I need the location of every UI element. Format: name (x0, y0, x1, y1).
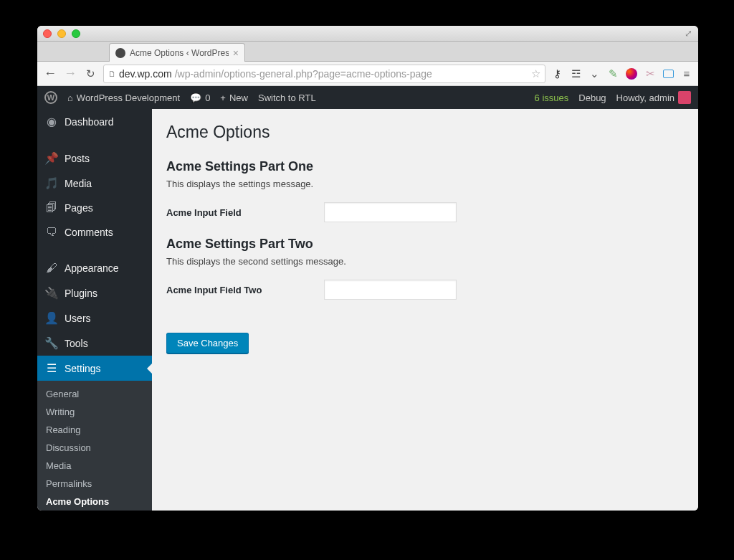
sidebar-item-tools[interactable]: 🔧 Tools (37, 331, 152, 356)
howdy-label: Howdy, admin (616, 92, 675, 103)
address-bar[interactable]: 🗋 dev.wp.com/wp-admin/options-general.ph… (103, 65, 545, 83)
window-minimize-button[interactable] (57, 29, 66, 38)
fullscreen-icon[interactable]: ⤢ (685, 28, 692, 39)
comment-icon: 💬 (190, 92, 201, 103)
sidebar-item-users[interactable]: 👤 Users (37, 305, 152, 331)
user-menu[interactable]: Howdy, admin (616, 91, 691, 104)
sidebar-item-plugins[interactable]: 🔌 Plugins (37, 280, 152, 305)
sidebar-label: Appearance (65, 262, 119, 274)
wp-body: ◉ Dashboard 📌 Posts 🎵 Media 🗐 Pages (37, 109, 698, 511)
issues-link[interactable]: 6 issues (535, 92, 569, 103)
url-host: dev.wp.com (119, 68, 172, 80)
tab-title: Acme Options ‹ WordPress (130, 48, 229, 58)
home-icon: ⌂ (67, 92, 73, 103)
site-name-menu[interactable]: ⌂ WordPress Development (67, 92, 180, 103)
browser-toolbar: ← → ↻ 🗋 dev.wp.com/wp-admin/options-gene… (37, 62, 698, 86)
sidebar-label: Comments (65, 227, 113, 238)
sliders-icon: ☰ (44, 361, 59, 375)
sidebar-item-settings[interactable]: ☰ Settings (37, 356, 152, 381)
window-titlebar: ⤢ (37, 26, 698, 42)
sidebar-item-appearance[interactable]: 🖌 Appearance (37, 256, 152, 280)
content-area: Acme Options Acme Settings Part One This… (152, 109, 698, 511)
sidebar-item-posts[interactable]: 📌 Posts (37, 146, 152, 171)
extension-color-icon[interactable] (626, 68, 637, 80)
extension-evernote-icon[interactable]: ✎ (607, 68, 619, 80)
browser-tabstrip: Acme Options ‹ WordPress × (37, 42, 698, 62)
sidebar-label: Tools (65, 338, 88, 349)
site-name-label: WordPress Development (77, 92, 180, 103)
wp-adminbar: ⌂ WordPress Development 💬 0 + New Switch… (37, 86, 698, 109)
sidebar-item-dashboard[interactable]: ◉ Dashboard (37, 109, 152, 134)
page-title: Acme Options (166, 116, 684, 145)
user-icon: 👤 (44, 311, 59, 325)
back-button[interactable]: ← (43, 66, 57, 81)
section-heading: Acme Settings Part Two (166, 237, 684, 252)
browser-menu-icon[interactable]: ≡ (681, 68, 692, 80)
admin-sidebar: ◉ Dashboard 📌 Posts 🎵 Media 🗐 Pages (37, 109, 152, 511)
submenu-item-media[interactable]: Media (37, 457, 152, 475)
extension-buffer-icon[interactable]: ☲ (570, 68, 581, 80)
section-description: This displays the settings message. (166, 179, 684, 189)
sidebar-label: Posts (65, 153, 90, 164)
extension-pocket-icon[interactable]: ⌄ (588, 68, 600, 80)
sidebar-item-media[interactable]: 🎵 Media (37, 171, 152, 196)
sidebar-item-pages[interactable]: 🗐 Pages (37, 196, 152, 220)
comment-icon: 🗨 (44, 226, 59, 239)
sidebar-label: Pages (65, 202, 93, 214)
form-row: Acme Input Field (166, 202, 684, 222)
forward-button[interactable]: → (63, 66, 77, 81)
submenu-item-general[interactable]: General (37, 385, 152, 403)
comment-count: 0 (205, 92, 210, 103)
save-changes-button[interactable]: Save Changes (166, 333, 249, 353)
bookmark-star-icon[interactable]: ☆ (531, 67, 540, 80)
sidebar-label: Plugins (65, 288, 97, 299)
traffic-lights (43, 29, 80, 38)
comments-menu[interactable]: 💬 0 (190, 92, 210, 103)
submenu-item-permalinks[interactable]: Permalinks (37, 475, 152, 493)
wrench-icon: 🔧 (44, 336, 59, 350)
sidebar-label: Settings (65, 363, 101, 374)
tab-close-icon[interactable]: × (233, 47, 239, 59)
submenu-item-writing[interactable]: Writing (37, 403, 152, 421)
media-icon: 🎵 (44, 176, 59, 190)
switch-rtl-link[interactable]: Switch to RTL (258, 92, 316, 103)
avatar-icon (678, 91, 691, 104)
window-close-button[interactable] (43, 29, 52, 38)
section-heading: Acme Settings Part One (166, 159, 684, 174)
wp-logo-menu[interactable] (44, 91, 57, 104)
sidebar-label: Media (65, 178, 92, 189)
acme-input-field-two[interactable] (324, 280, 457, 300)
wp-admin: ⌂ WordPress Development 💬 0 + New Switch… (37, 86, 698, 511)
field-label: Acme Input Field Two (166, 285, 324, 295)
pin-icon: 📌 (44, 151, 59, 165)
submenu-item-reading[interactable]: Reading (37, 421, 152, 439)
tab-favicon-icon (115, 48, 125, 58)
browser-window: ⤢ Acme Options ‹ WordPress × ← → ↻ 🗋 dev… (37, 26, 698, 511)
dashboard-icon: ◉ (44, 115, 59, 128)
submenu-item-discussion[interactable]: Discussion (37, 439, 152, 457)
extension-scissors-icon[interactable]: ✂ (644, 68, 656, 80)
extension-key-icon[interactable]: ⚷ (551, 68, 563, 80)
debug-link[interactable]: Debug (578, 92, 606, 103)
wordpress-logo-icon (44, 91, 57, 104)
url-path: /wp-admin/options-general.php?page=acme-… (175, 68, 432, 80)
sidebar-item-comments[interactable]: 🗨 Comments (37, 220, 152, 245)
submenu-item-acme-options[interactable]: Acme Options (37, 493, 152, 511)
new-content-menu[interactable]: + New (220, 92, 248, 103)
sidebar-label: Users (65, 313, 91, 324)
form-row: Acme Input Field Two (166, 280, 684, 300)
plus-icon: + (220, 92, 226, 103)
window-maximize-button[interactable] (72, 29, 80, 38)
settings-submenu: General Writing Reading Discussion Media… (37, 381, 152, 511)
site-info-icon[interactable]: 🗋 (108, 70, 116, 78)
pages-icon: 🗐 (44, 201, 59, 214)
extension-box-icon[interactable] (663, 70, 674, 78)
browser-tab[interactable]: Acme Options ‹ WordPress × (109, 43, 245, 62)
plug-icon: 🔌 (44, 286, 59, 300)
new-label: New (229, 92, 248, 103)
sidebar-label: Dashboard (65, 116, 114, 128)
acme-input-field[interactable] (324, 202, 457, 222)
reload-button[interactable]: ↻ (83, 67, 97, 80)
section-description: This displays the second settings messag… (166, 256, 684, 267)
field-label: Acme Input Field (166, 207, 324, 218)
